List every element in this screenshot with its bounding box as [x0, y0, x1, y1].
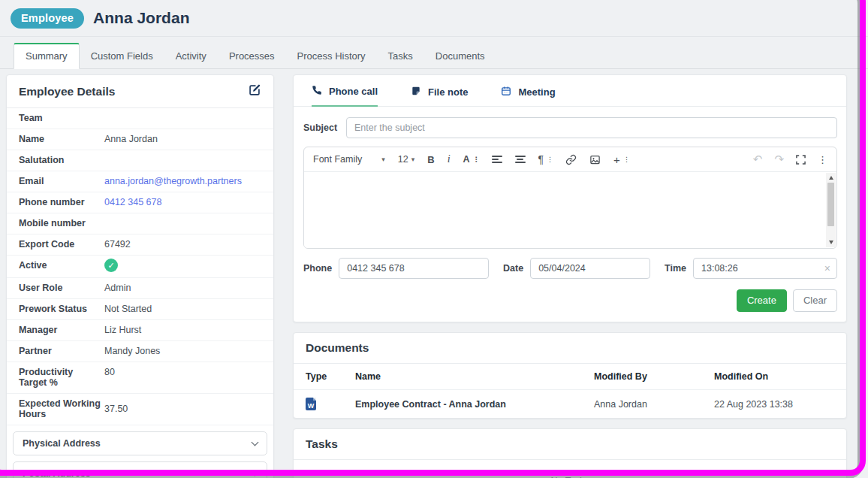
field-row-manager: Manager Liz Hurst	[7, 320, 273, 341]
editor-text-area[interactable]	[304, 172, 836, 248]
documents-table-header: Type Name Modified By Modified On	[294, 364, 846, 390]
physical-address-accordion[interactable]: Physical Address	[13, 431, 267, 455]
field-row-mobile: Mobile number	[7, 213, 273, 234]
document-modified-by: Anna Jordan	[594, 399, 714, 410]
subject-label: Subject	[303, 123, 346, 133]
clear-time-icon[interactable]: ×	[824, 263, 830, 274]
caret-down-icon: ▾	[381, 156, 385, 163]
column-type: Type	[306, 371, 355, 382]
subject-input[interactable]	[346, 117, 837, 138]
document-row[interactable]: W Employee Contract - Anna Jordan Anna J…	[294, 390, 846, 418]
column-modified-on: Modified On	[714, 371, 834, 382]
field-label: Active	[19, 260, 104, 271]
time-input[interactable]	[693, 258, 837, 279]
tab-documents[interactable]: Documents	[424, 44, 496, 68]
record-type-badge: Employee	[11, 8, 84, 29]
field-label: Salutation	[19, 155, 104, 165]
italic-icon[interactable]: i	[448, 153, 451, 165]
editor-scrollbar[interactable]	[826, 173, 836, 247]
page-header: Employee Anna Jordan	[0, 0, 868, 37]
tab-phone-call[interactable]: Phone call	[312, 85, 378, 107]
main-tabstrip: Summary Custom Fields Activity Processes…	[0, 37, 868, 69]
tab-meeting[interactable]: Meeting	[501, 85, 555, 106]
field-label: Name	[19, 134, 104, 144]
word-doc-icon[interactable]: W	[306, 398, 316, 410]
tab-label: File note	[428, 86, 468, 98]
activity-form: Subject Font Family ▾ 12 ▾	[294, 107, 846, 322]
field-row-expected-hours: Expected Working Hours 37.50	[7, 394, 273, 425]
tab-processes[interactable]: Processes	[218, 44, 286, 68]
create-button[interactable]: Create	[737, 289, 787, 312]
insert-image-icon[interactable]	[589, 154, 601, 165]
tab-process-history[interactable]: Process History	[286, 44, 377, 68]
scroll-down-icon[interactable]	[826, 237, 836, 247]
tab-label: Phone call	[329, 86, 378, 97]
tab-activity[interactable]: Activity	[164, 44, 218, 68]
tasks-empty-state: No Tasks	[294, 460, 846, 478]
tab-label: Meeting	[518, 86, 555, 98]
field-value: 37.50	[104, 404, 128, 414]
field-label: Email	[19, 176, 104, 186]
field-row-email: Email anna.jordan@thegrowth.partners	[7, 171, 273, 192]
undo-icon[interactable]: ↶	[753, 153, 763, 166]
clear-button[interactable]: Clear	[793, 289, 837, 312]
date-group: Date	[503, 258, 650, 279]
tab-custom-fields[interactable]: Custom Fields	[80, 44, 164, 68]
insert-more-icon[interactable]: +⋮	[613, 153, 629, 166]
editor-toolbar: Font Family ▾ 12 ▾ B i A⋮	[304, 147, 836, 172]
field-label: Export Code	[19, 239, 104, 250]
content-area: Employee Details Team Name Anna Jordan S…	[0, 69, 868, 478]
align-left-icon[interactable]	[492, 156, 502, 163]
activity-composer-card: Phone call File note Meeting	[293, 74, 847, 322]
field-value: Anna Jordan	[104, 134, 158, 144]
documents-title: Documents	[306, 341, 369, 355]
text-format-more-icon[interactable]: A⋮	[463, 154, 479, 165]
field-label: Partner	[19, 346, 104, 356]
fullscreen-icon[interactable]	[796, 155, 806, 165]
more-options-icon[interactable]: ⋮	[818, 154, 827, 165]
phone-link[interactable]: 0412 345 678	[104, 197, 161, 207]
field-row-prework-status: Prework Status Not Started	[7, 299, 273, 320]
page-title: Anna Jordan	[93, 9, 189, 27]
postal-address-accordion[interactable]: Postal Address	[13, 461, 267, 478]
documents-card: Documents Type Name Modified By Modified…	[293, 332, 847, 419]
activity-tabs: Phone call File note Meeting	[294, 75, 846, 107]
insert-link-icon[interactable]	[565, 154, 577, 165]
bold-icon[interactable]: B	[427, 154, 434, 165]
field-value: Admin	[104, 283, 131, 293]
tasks-title: Tasks	[306, 437, 338, 451]
field-row-user-role: User Role Admin	[7, 278, 273, 299]
scroll-up-icon[interactable]	[826, 173, 836, 183]
phone-date-time-row: Phone Date Time ×	[303, 258, 837, 279]
phone-label: Phone	[303, 263, 332, 274]
tab-file-note[interactable]: File note	[411, 85, 468, 106]
check-circle-icon: ✓	[104, 259, 118, 272]
align-center-icon[interactable]	[515, 156, 526, 163]
field-value: 67492	[104, 239, 131, 250]
field-row-name: Name Anna Jordan	[7, 129, 273, 150]
redo-icon[interactable]: ↷	[774, 153, 784, 166]
field-label: User Role	[19, 283, 104, 293]
tab-summary[interactable]: Summary	[14, 43, 80, 69]
scrollbar-thumb[interactable]	[827, 183, 834, 226]
time-group: Time ×	[665, 258, 837, 279]
paragraph-format-icon[interactable]: ¶⋮	[538, 153, 553, 165]
right-column: Phone call File note Meeting	[293, 74, 847, 478]
phone-input[interactable]	[339, 258, 489, 279]
field-value: Liz Hurst	[104, 325, 141, 335]
employee-record-page: Employee Anna Jordan Summary Custom Fiel…	[0, 0, 868, 478]
field-value: Mandy Jones	[104, 346, 160, 356]
composer-buttons: Create Clear	[303, 289, 837, 312]
field-row-active: Active ✓	[7, 256, 273, 278]
email-link[interactable]: anna.jordan@thegrowth.partners	[104, 176, 242, 186]
document-name-link[interactable]: Employee Contract - Anna Jordan	[355, 399, 594, 410]
tab-tasks[interactable]: Tasks	[377, 44, 424, 68]
date-input[interactable]	[530, 258, 650, 279]
font-family-label: Font Family	[313, 154, 362, 165]
document-modified-on: 22 Aug 2023 13:38	[714, 399, 834, 410]
phone-icon	[312, 85, 322, 98]
font-size-dropdown[interactable]: 12 ▾	[398, 154, 414, 165]
edit-details-button[interactable]	[248, 83, 261, 99]
font-size-value: 12	[398, 154, 408, 165]
font-family-dropdown[interactable]: Font Family ▾	[313, 154, 385, 165]
